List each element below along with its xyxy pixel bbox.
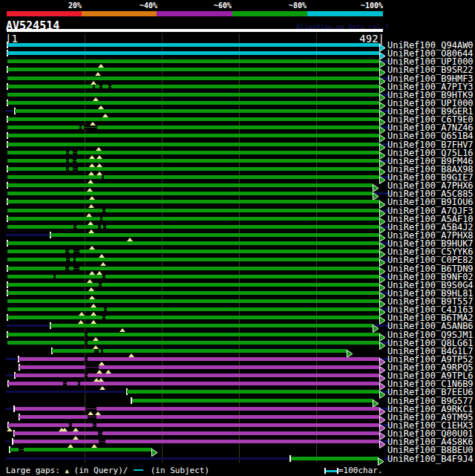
subject-gap-line <box>69 425 72 426</box>
subject-gap-line <box>73 259 76 260</box>
alignment-bar[interactable] <box>7 101 380 105</box>
subject-gap-line <box>53 276 56 277</box>
alignment-bar[interactable] <box>50 324 373 327</box>
alignment-bar[interactable] <box>50 233 380 237</box>
subject-overhang-line <box>6 258 7 261</box>
scale-segment <box>157 11 232 16</box>
alignment-bar[interactable] <box>7 192 373 195</box>
alignment-bar[interactable] <box>127 390 380 394</box>
alignment-bar[interactable] <box>15 109 380 113</box>
subject-gap-line <box>102 276 105 277</box>
alignment-bar[interactable] <box>7 117 380 121</box>
subject-gap-line <box>66 160 69 161</box>
alignment-bar[interactable] <box>7 183 373 187</box>
ruler-tick <box>239 33 240 42</box>
scale-segment <box>82 11 157 16</box>
alignment-bar[interactable] <box>7 307 380 311</box>
alignment-bar[interactable] <box>291 457 379 460</box>
subject-gap-line <box>73 152 77 153</box>
alignment-bar[interactable] <box>7 85 380 88</box>
subject-gap-line <box>98 433 102 434</box>
subject-gap-line <box>102 177 104 177</box>
alignment-bar[interactable] <box>7 143 380 146</box>
alignment-bar[interactable] <box>7 159 380 163</box>
subject-overhang-line <box>6 325 49 327</box>
subject-overhang-line <box>6 440 10 443</box>
alignment-bar[interactable] <box>7 316 380 319</box>
subject-gap-line <box>66 152 69 153</box>
subject-gap-line <box>108 86 111 87</box>
alignment-bar[interactable] <box>8 423 380 427</box>
alignment-bar[interactable] <box>7 51 380 55</box>
alignment-bar[interactable] <box>7 241 380 245</box>
alignment-bar[interactable] <box>7 258 380 261</box>
subject-gap-line <box>85 408 96 409</box>
alignment-bar[interactable] <box>7 43 380 47</box>
hit-label[interactable]: UniRef100_B4F9J4 <box>387 454 474 463</box>
subject-overhang-line <box>6 209 7 212</box>
alignment-bar[interactable] <box>132 399 373 402</box>
subject-overhang-line <box>6 77 7 79</box>
alignment-bar[interactable] <box>15 407 380 411</box>
subject-overhang-line <box>6 160 7 162</box>
alignment-bar[interactable] <box>7 283 380 287</box>
alignment-bar[interactable] <box>7 200 380 203</box>
subject-gap-line <box>99 284 102 285</box>
subject-gap-line <box>66 259 70 260</box>
subject-gap-line <box>73 268 79 269</box>
alignment-bar[interactable] <box>7 59 380 63</box>
alignment-bar[interactable] <box>7 134 380 137</box>
subject-overhang-line <box>6 391 125 393</box>
alignment-bar[interactable] <box>7 225 380 229</box>
alignment-bar[interactable] <box>7 76 380 80</box>
alignment-bar[interactable] <box>7 341 380 345</box>
scale-label-40: ~40% <box>105 1 157 10</box>
subject-gap-line <box>98 226 101 227</box>
subject-gap-line <box>66 169 69 169</box>
alignment-bar[interactable] <box>7 267 380 270</box>
alignment-bar[interactable] <box>7 217 380 221</box>
subject-gap-line <box>73 226 76 227</box>
alignment-bar[interactable] <box>7 93 380 97</box>
alignment-bar[interactable] <box>7 175 380 179</box>
subject-overhang-line <box>6 374 13 376</box>
subject-gap-line <box>85 375 88 376</box>
subject-overhang-line <box>6 408 12 410</box>
alignment-bar[interactable] <box>7 333 380 336</box>
alignment-bar[interactable] <box>7 291 380 295</box>
query-sequence-bar <box>7 29 383 32</box>
alignment-bar[interactable] <box>7 299 380 303</box>
alignment-bar[interactable] <box>13 440 380 443</box>
scale-label-80: ~80% <box>255 1 307 10</box>
scale-label-100: ~100% <box>331 1 383 10</box>
alignment-bar[interactable] <box>10 448 152 451</box>
subject-gap-line <box>103 226 106 227</box>
large-gaps-label: Large gaps: <box>6 466 60 475</box>
alignment-bar[interactable] <box>14 431 380 435</box>
alignment-bar[interactable] <box>7 250 380 253</box>
gap-triangle-icon <box>100 262 106 266</box>
subject-overhang-line <box>6 276 7 278</box>
alignment-bar[interactable] <box>7 125 380 129</box>
alignment-bar[interactable] <box>7 209 380 212</box>
subject-gap-line <box>84 127 97 128</box>
alignment-bar[interactable] <box>15 374 380 377</box>
alignment-bar[interactable] <box>7 275 380 278</box>
subject-gap-line <box>78 383 80 384</box>
subject-gap-line <box>85 342 88 343</box>
subject-gap-line <box>99 86 102 87</box>
alignment-bar[interactable] <box>7 151 380 154</box>
gap-triangle-icon: ▲ <box>65 467 68 475</box>
subject-overhang-line <box>6 234 49 236</box>
alignment-bar[interactable] <box>19 365 380 369</box>
subject-gap-line <box>88 417 96 417</box>
alignment-bar[interactable] <box>19 415 380 419</box>
subject-gap-line <box>102 210 105 211</box>
hundred-char-line-icon <box>326 470 337 472</box>
scale-label-20: 20% <box>30 1 82 10</box>
alignment-bar[interactable] <box>7 167 380 171</box>
alignment-bar[interactable] <box>7 68 380 71</box>
subject-gap-line <box>79 127 82 128</box>
subject-overhang-line <box>6 226 7 228</box>
alignment-bar[interactable] <box>19 357 380 361</box>
